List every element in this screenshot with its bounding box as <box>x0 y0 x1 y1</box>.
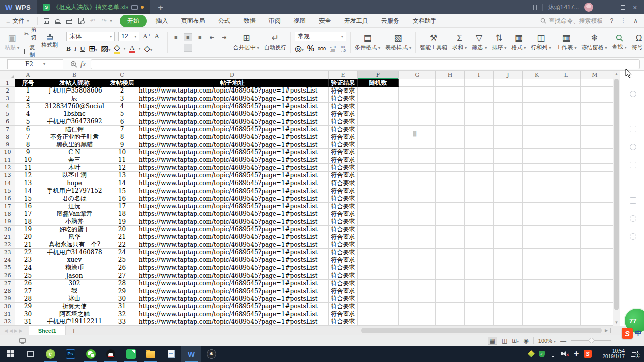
cell-verify-result[interactable]: 符合要求 <box>329 233 358 241</box>
cell-floor[interactable]: 30 <box>108 295 136 303</box>
taskbar-app-photoshop[interactable]: Ps <box>60 346 80 362</box>
cell-verify-result[interactable]: 符合要求 <box>329 156 358 164</box>
currency-button[interactable]: ◎▾ <box>295 44 304 53</box>
copy-button[interactable]: 复制 <box>24 44 36 59</box>
row-header[interactable]: 31 <box>0 310 15 318</box>
row-header[interactable]: 13 <box>0 172 15 179</box>
close-button[interactable]: × <box>631 4 639 11</box>
row-header[interactable]: 12 <box>0 164 15 171</box>
cell-verify-result[interactable]: 符合要求 <box>329 210 358 218</box>
column-header[interactable]: H <box>436 71 465 79</box>
print-preview-button[interactable] <box>75 16 87 26</box>
freeze-panes-button[interactable]: ❄ 冻结窗格 ▾ <box>579 30 610 55</box>
row-header[interactable]: 17 <box>0 203 15 210</box>
taskbar-app-evernote[interactable] <box>121 346 141 362</box>
new-tab-button[interactable]: + <box>158 3 163 12</box>
stamp-button[interactable] <box>52 16 64 26</box>
column-header[interactable]: E <box>329 71 358 79</box>
start-button[interactable] <box>0 346 20 362</box>
cell-seq[interactable]: 3 <box>15 103 41 110</box>
column-header[interactable]: D <box>136 71 329 79</box>
cell-seq[interactable]: 28 <box>15 295 41 303</box>
ribbon-more-icon[interactable]: › <box>640 42 642 48</box>
increase-indent-button[interactable]: ⇥ <box>220 33 228 41</box>
cell-seq[interactable]: 21 <box>15 241 41 249</box>
column-header[interactable]: K <box>523 71 551 79</box>
column-header[interactable]: M <box>581 71 609 79</box>
cell-verify-result[interactable]: 符合要求 <box>329 310 358 318</box>
clock[interactable]: 10:54 2019/1/17 <box>597 348 625 359</box>
cell-seq[interactable]: 23 <box>15 256 41 264</box>
row-header[interactable]: 25 <box>0 264 15 272</box>
screen-record-icon[interactable] <box>19 338 26 343</box>
cell-nickname[interactable]: xuev <box>41 256 108 264</box>
cell-verify-result[interactable]: 符合要求 <box>329 87 358 95</box>
cell-verify-result[interactable]: 符合要求 <box>329 118 358 126</box>
cell-random[interactable] <box>358 287 399 295</box>
row-header[interactable]: 32 <box>0 318 15 326</box>
decrease-font-button[interactable]: A⁻ <box>155 32 163 40</box>
cell-post-url[interactable]: https://www.taptap.com/topic/4689545?pag… <box>136 256 329 264</box>
cell-nickname[interactable]: 手机用户31460878 <box>41 249 108 256</box>
cell-random[interactable] <box>358 179 399 187</box>
cell-nickname[interactable]: 折翼天使 <box>41 303 108 310</box>
cell-seq[interactable]: 5 <box>15 118 41 126</box>
caret-icon[interactable]: ▾ <box>110 19 112 23</box>
cell-post-url[interactable]: https://www.taptap.com/topic/4689545?pag… <box>136 226 329 233</box>
name-box[interactable]: F2▾ <box>7 59 63 69</box>
cell-verify-result[interactable]: 符合要求 <box>329 226 358 233</box>
cell-verify-result[interactable]: 符合要求 <box>329 149 358 156</box>
cell-nickname[interactable]: 辰 <box>41 95 108 103</box>
column-header[interactable]: G <box>399 71 436 79</box>
cell-random[interactable] <box>358 141 399 149</box>
cell-nickname[interactable]: 我 <box>41 287 108 295</box>
menu-tab[interactable]: 数据 <box>237 15 262 27</box>
notification-center-icon[interactable]: 1 <box>631 351 638 357</box>
cell-post-url[interactable]: https://www.taptap.com/topic/4689545?pag… <box>136 295 329 303</box>
cell-verify-result[interactable]: 符合要求 <box>329 164 358 171</box>
cell-post-url[interactable]: https://www.taptap.com/topic/4689545?pag… <box>136 241 329 249</box>
normal-view-button[interactable]: ▦ <box>488 337 497 345</box>
row-header[interactable]: 10 <box>0 149 15 156</box>
sogou-input-bar[interactable]: S 中 <box>622 327 641 339</box>
row-header[interactable]: 20 <box>0 226 15 233</box>
cell-random[interactable] <box>358 295 399 303</box>
menu-tab[interactable]: 云服务 <box>375 15 406 27</box>
column-header[interactable]: J <box>494 71 523 79</box>
worksheet-button[interactable]: ▦ 工作表 ▾ <box>553 30 579 55</box>
column-header[interactable]: F <box>358 71 399 79</box>
cell-random[interactable] <box>358 218 399 226</box>
sidebar-float-icon[interactable] <box>630 126 636 132</box>
ime-cross-icon[interactable]: ✚ <box>574 351 579 357</box>
format-button[interactable]: ▦ 格式 ▾ <box>509 30 528 55</box>
cell-verify-result[interactable]: 符合要求 <box>329 172 358 179</box>
cell-random[interactable] <box>358 272 399 280</box>
cell-seq[interactable]: 10 <box>15 156 41 164</box>
cell-random[interactable] <box>358 156 399 164</box>
task-view-button[interactable] <box>20 346 40 362</box>
row-header[interactable]: 14 <box>0 179 15 187</box>
cell-seq[interactable]: 25 <box>15 272 41 280</box>
cell-post-url[interactable]: https://www.taptap.com/topic/4689545?pag… <box>136 133 329 141</box>
cell-random[interactable] <box>358 187 399 195</box>
cell-floor[interactable]: 9 <box>108 141 136 149</box>
cell-verify-result[interactable]: 符合要求 <box>329 103 358 110</box>
justify-button[interactable]: ≡ <box>208 44 216 52</box>
cell-nickname[interactable]: 君の名は <box>41 195 108 203</box>
cell-random[interactable] <box>358 318 399 326</box>
cell-nickname[interactable]: 真相永远只有一个? <box>41 241 108 249</box>
cell-nickname[interactable]: hope <box>41 179 108 187</box>
cell-post-url[interactable]: https://www.taptap.com/topic/4689545?pag… <box>136 264 329 272</box>
cell-nickname[interactable]: 手机用户35808606 <box>41 87 108 95</box>
collapse-ribbon-button[interactable]: ∧ <box>633 17 638 24</box>
cell-nickname[interactable]: 凰华 <box>41 233 108 241</box>
column-header[interactable]: L <box>551 71 581 79</box>
cell-post-url[interactable]: https://www.taptap.com/topic/4689545?pag… <box>136 218 329 226</box>
cell-nickname[interactable]: 好吃的蛋丁 <box>41 226 108 233</box>
cell-random[interactable] <box>358 118 399 126</box>
cell-seq[interactable]: 20 <box>15 233 41 241</box>
minimize-button[interactable]: — <box>605 4 615 11</box>
cell-verify-result[interactable]: 符合要求 <box>329 187 358 195</box>
row-header[interactable]: 1 <box>0 79 15 87</box>
cell-post-url[interactable]: https://www.taptap.com/topic/4689545?pag… <box>136 280 329 287</box>
